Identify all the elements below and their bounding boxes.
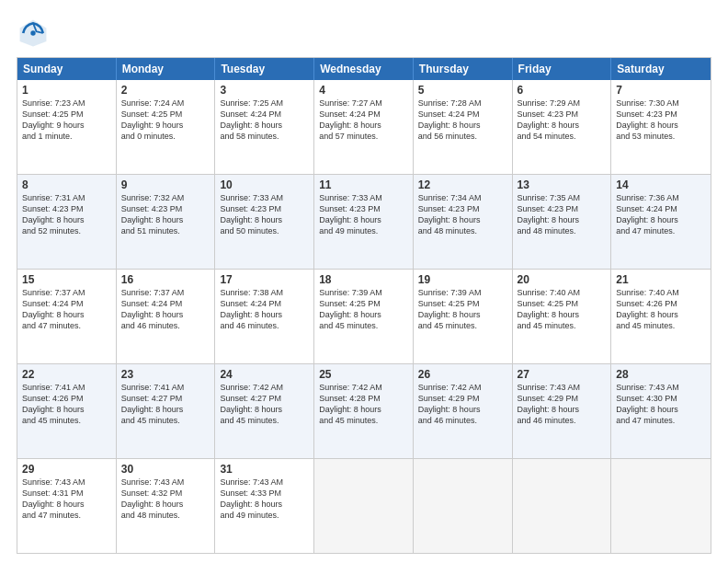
- calendar-body: 1Sunrise: 7:23 AMSunset: 4:25 PMDaylight…: [17, 80, 711, 553]
- day-number: 26: [418, 368, 507, 381]
- day-number: 15: [22, 273, 111, 286]
- day-cell-11: 11Sunrise: 7:33 AMSunset: 4:23 PMDayligh…: [314, 175, 414, 269]
- day-cell-1: 1Sunrise: 7:23 AMSunset: 4:25 PMDaylight…: [17, 80, 117, 174]
- day-cell-21: 21Sunrise: 7:40 AMSunset: 4:26 PMDayligh…: [611, 270, 711, 363]
- day-info: Sunrise: 7:39 AMSunset: 4:25 PMDaylight:…: [319, 287, 408, 332]
- day-number: 24: [220, 368, 309, 381]
- calendar-row-3: 22Sunrise: 7:41 AMSunset: 4:26 PMDayligh…: [17, 363, 711, 458]
- day-info: Sunrise: 7:29 AMSunset: 4:23 PMDaylight:…: [518, 98, 607, 143]
- day-cell-18: 18Sunrise: 7:39 AMSunset: 4:25 PMDayligh…: [314, 270, 414, 363]
- calendar: SundayMondayTuesdayWednesdayThursdayFrid…: [17, 57, 711, 554]
- day-number: 9: [121, 178, 210, 191]
- day-info: Sunrise: 7:27 AMSunset: 4:24 PMDaylight:…: [319, 98, 408, 143]
- day-cell-17: 17Sunrise: 7:38 AMSunset: 4:24 PMDayligh…: [215, 270, 314, 363]
- day-info: Sunrise: 7:40 AMSunset: 4:26 PMDaylight:…: [616, 287, 706, 332]
- day-info: Sunrise: 7:24 AMSunset: 4:25 PMDaylight:…: [121, 98, 210, 143]
- day-info: Sunrise: 7:43 AMSunset: 4:29 PMDaylight:…: [518, 382, 607, 427]
- day-number: 17: [220, 273, 309, 286]
- day-number: 28: [616, 368, 706, 381]
- day-number: 19: [418, 273, 507, 286]
- day-number: 14: [616, 178, 706, 191]
- day-cell-4: 4Sunrise: 7:27 AMSunset: 4:24 PMDaylight…: [314, 80, 414, 174]
- day-cell-19: 19Sunrise: 7:39 AMSunset: 4:25 PMDayligh…: [414, 270, 513, 363]
- calendar-row-4: 29Sunrise: 7:43 AMSunset: 4:31 PMDayligh…: [17, 458, 711, 553]
- day-number: 4: [319, 84, 408, 97]
- day-info: Sunrise: 7:41 AMSunset: 4:26 PMDaylight:…: [22, 382, 111, 427]
- day-header-monday: Monday: [117, 58, 216, 80]
- logo: [17, 17, 55, 50]
- day-cell-28: 28Sunrise: 7:43 AMSunset: 4:30 PMDayligh…: [611, 364, 711, 458]
- day-cell-20: 20Sunrise: 7:40 AMSunset: 4:25 PMDayligh…: [513, 270, 612, 363]
- day-info: Sunrise: 7:35 AMSunset: 4:23 PMDaylight:…: [518, 192, 607, 237]
- day-cell-26: 26Sunrise: 7:42 AMSunset: 4:29 PMDayligh…: [414, 364, 513, 458]
- day-cell-13: 13Sunrise: 7:35 AMSunset: 4:23 PMDayligh…: [513, 175, 612, 269]
- day-header-friday: Friday: [513, 58, 612, 80]
- day-number: 1: [22, 84, 111, 97]
- page: SundayMondayTuesdayWednesdayThursdayFrid…: [0, 0, 728, 563]
- day-info: Sunrise: 7:43 AMSunset: 4:32 PMDaylight:…: [121, 477, 210, 522]
- day-cell-7: 7Sunrise: 7:30 AMSunset: 4:23 PMDaylight…: [611, 80, 711, 174]
- day-cell-10: 10Sunrise: 7:33 AMSunset: 4:23 PMDayligh…: [215, 175, 314, 269]
- day-info: Sunrise: 7:30 AMSunset: 4:23 PMDaylight:…: [616, 98, 706, 143]
- day-info: Sunrise: 7:43 AMSunset: 4:31 PMDaylight:…: [22, 477, 111, 522]
- day-info: Sunrise: 7:42 AMSunset: 4:27 PMDaylight:…: [220, 382, 309, 427]
- day-number: 23: [121, 368, 210, 381]
- day-number: 2: [121, 84, 210, 97]
- day-cell-8: 8Sunrise: 7:31 AMSunset: 4:23 PMDaylight…: [17, 175, 117, 269]
- day-cell-27: 27Sunrise: 7:43 AMSunset: 4:29 PMDayligh…: [513, 364, 612, 458]
- day-info: Sunrise: 7:37 AMSunset: 4:24 PMDaylight:…: [121, 287, 210, 332]
- day-number: 5: [418, 84, 507, 97]
- calendar-row-0: 1Sunrise: 7:23 AMSunset: 4:25 PMDaylight…: [17, 80, 711, 174]
- day-info: Sunrise: 7:33 AMSunset: 4:23 PMDaylight:…: [319, 192, 408, 237]
- calendar-row-1: 8Sunrise: 7:31 AMSunset: 4:23 PMDaylight…: [17, 174, 711, 269]
- day-cell-16: 16Sunrise: 7:37 AMSunset: 4:24 PMDayligh…: [117, 270, 216, 363]
- day-number: 3: [220, 84, 309, 97]
- day-cell-25: 25Sunrise: 7:42 AMSunset: 4:28 PMDayligh…: [314, 364, 414, 458]
- day-header-tuesday: Tuesday: [215, 58, 314, 80]
- day-info: Sunrise: 7:43 AMSunset: 4:33 PMDaylight:…: [220, 477, 309, 522]
- empty-cell: [611, 459, 711, 553]
- empty-cell: [513, 459, 612, 553]
- day-info: Sunrise: 7:41 AMSunset: 4:27 PMDaylight:…: [121, 382, 210, 427]
- day-number: 20: [518, 273, 607, 286]
- day-cell-3: 3Sunrise: 7:25 AMSunset: 4:24 PMDaylight…: [215, 80, 314, 174]
- day-number: 10: [220, 178, 309, 191]
- day-number: 16: [121, 273, 210, 286]
- calendar-row-2: 15Sunrise: 7:37 AMSunset: 4:24 PMDayligh…: [17, 269, 711, 363]
- day-header-thursday: Thursday: [414, 58, 513, 80]
- day-info: Sunrise: 7:42 AMSunset: 4:28 PMDaylight:…: [319, 382, 408, 427]
- empty-cell: [314, 459, 414, 553]
- day-header-saturday: Saturday: [611, 58, 711, 80]
- day-number: 27: [518, 368, 607, 381]
- day-number: 12: [418, 178, 507, 191]
- day-cell-31: 31Sunrise: 7:43 AMSunset: 4:33 PMDayligh…: [215, 459, 314, 553]
- day-info: Sunrise: 7:28 AMSunset: 4:24 PMDaylight:…: [418, 98, 507, 143]
- day-info: Sunrise: 7:31 AMSunset: 4:23 PMDaylight:…: [22, 192, 111, 237]
- calendar-header: SundayMondayTuesdayWednesdayThursdayFrid…: [17, 58, 711, 80]
- day-number: 22: [22, 368, 111, 381]
- day-cell-29: 29Sunrise: 7:43 AMSunset: 4:31 PMDayligh…: [17, 459, 117, 553]
- day-number: 7: [616, 84, 706, 97]
- day-cell-6: 6Sunrise: 7:29 AMSunset: 4:23 PMDaylight…: [513, 80, 612, 174]
- day-cell-14: 14Sunrise: 7:36 AMSunset: 4:24 PMDayligh…: [611, 175, 711, 269]
- day-info: Sunrise: 7:25 AMSunset: 4:24 PMDaylight:…: [220, 98, 309, 143]
- day-cell-9: 9Sunrise: 7:32 AMSunset: 4:23 PMDaylight…: [117, 175, 216, 269]
- day-info: Sunrise: 7:38 AMSunset: 4:24 PMDaylight:…: [220, 287, 309, 332]
- empty-cell: [414, 459, 513, 553]
- logo-icon: [17, 17, 50, 50]
- day-cell-23: 23Sunrise: 7:41 AMSunset: 4:27 PMDayligh…: [117, 364, 216, 458]
- day-cell-24: 24Sunrise: 7:42 AMSunset: 4:27 PMDayligh…: [215, 364, 314, 458]
- day-cell-12: 12Sunrise: 7:34 AMSunset: 4:23 PMDayligh…: [414, 175, 513, 269]
- day-number: 21: [616, 273, 706, 286]
- day-cell-5: 5Sunrise: 7:28 AMSunset: 4:24 PMDaylight…: [414, 80, 513, 174]
- day-cell-15: 15Sunrise: 7:37 AMSunset: 4:24 PMDayligh…: [17, 270, 117, 363]
- day-info: Sunrise: 7:39 AMSunset: 4:25 PMDaylight:…: [418, 287, 507, 332]
- day-cell-2: 2Sunrise: 7:24 AMSunset: 4:25 PMDaylight…: [117, 80, 216, 174]
- day-info: Sunrise: 7:40 AMSunset: 4:25 PMDaylight:…: [518, 287, 607, 332]
- day-number: 18: [319, 273, 408, 286]
- day-number: 8: [22, 178, 111, 191]
- day-number: 25: [319, 368, 408, 381]
- day-number: 31: [220, 463, 309, 476]
- day-cell-22: 22Sunrise: 7:41 AMSunset: 4:26 PMDayligh…: [17, 364, 117, 458]
- day-number: 30: [121, 463, 210, 476]
